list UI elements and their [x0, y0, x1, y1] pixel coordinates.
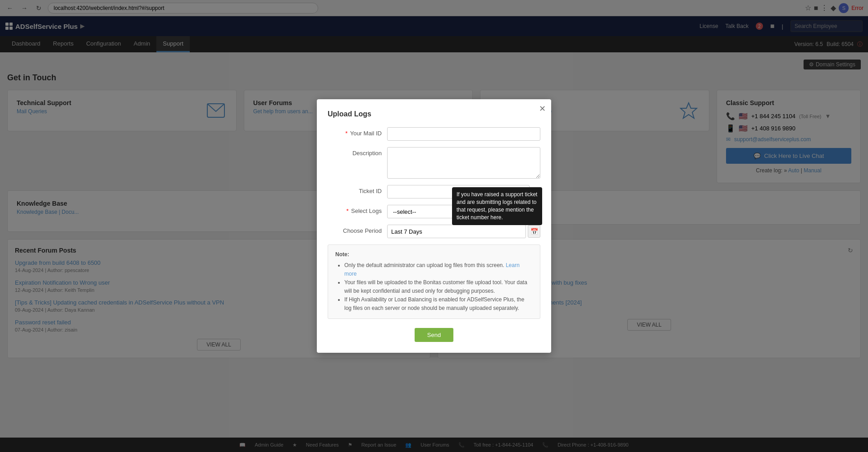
choose-period-row: Choose Period 📅 [328, 225, 540, 238]
calendar-button[interactable]: 📅 [528, 225, 540, 238]
note-point-2: Your files will be uploaded to the Bonit… [344, 278, 533, 295]
ticket-tooltip: If you have raised a support ticket and … [452, 187, 542, 225]
select-logs-label: * Select Logs [328, 205, 382, 214]
description-textarea[interactable] [387, 147, 540, 179]
period-input[interactable] [387, 225, 526, 238]
modal-overlay: Upload Logs ✕ * Your Mail ID Description… [0, 0, 868, 452]
modal-close-button[interactable]: ✕ [539, 105, 546, 113]
modal-title: Upload Logs [328, 110, 540, 118]
ticket-id-label: Ticket ID [328, 185, 382, 194]
ticket-id-row: Ticket ID i If you have raised a support… [328, 185, 540, 198]
mail-id-label: * Your Mail ID [328, 127, 382, 137]
note-point-1: Only the default administrator can uploa… [344, 261, 533, 278]
description-label: Description [328, 147, 382, 157]
note-box: Note: Only the default administrator can… [328, 244, 540, 318]
mail-id-input[interactable] [387, 127, 540, 141]
mail-id-row: * Your Mail ID [328, 127, 540, 141]
send-button[interactable]: Send [415, 328, 453, 342]
note-label: Note: [335, 251, 349, 258]
upload-logs-modal: Upload Logs ✕ * Your Mail ID Description… [317, 99, 551, 352]
note-point-3: If High Availability or Load Balancing i… [344, 295, 533, 313]
learn-more-link[interactable]: Learn more [344, 262, 520, 277]
description-row: Description [328, 147, 540, 179]
choose-period-label: Choose Period [328, 225, 382, 234]
